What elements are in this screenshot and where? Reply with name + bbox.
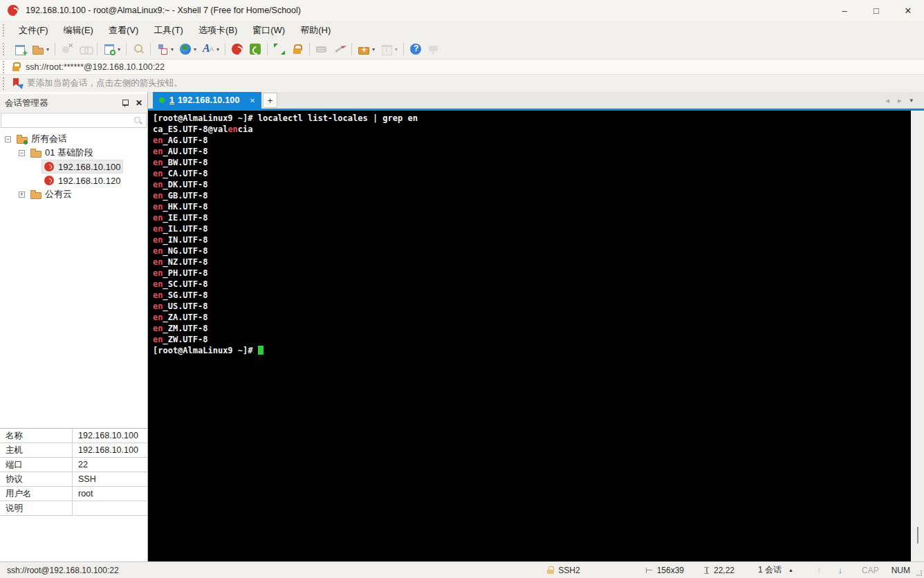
expander-icon[interactable]: + bbox=[19, 192, 25, 198]
menubar-grip[interactable] bbox=[3, 24, 8, 37]
disconnect-button[interactable] bbox=[59, 41, 75, 57]
scrollbar-thumb[interactable] bbox=[917, 527, 918, 543]
feedback-button[interactable] bbox=[425, 41, 442, 57]
xftp-button[interactable] bbox=[247, 41, 264, 57]
ssh-url[interactable]: ssh://root:******@192.168.10.100:22 bbox=[26, 62, 165, 72]
dropdown-arrow-icon[interactable]: ▾ bbox=[395, 46, 398, 53]
menu-item[interactable]: 工具(T) bbox=[146, 21, 191, 39]
session-search-input[interactable] bbox=[5, 115, 133, 125]
session-properties-button[interactable]: ▾ bbox=[101, 41, 122, 57]
property-row: 用户名root bbox=[0, 487, 147, 501]
menu-item[interactable]: 选项卡(B) bbox=[191, 21, 245, 39]
session-manager-header: 会话管理器 ✕ bbox=[0, 94, 147, 112]
addressbar-grip[interactable] bbox=[3, 61, 8, 73]
keyboard-button[interactable] bbox=[313, 41, 330, 57]
menu-item[interactable]: 文件(F) bbox=[11, 21, 56, 39]
dropdown-arrow-icon[interactable]: ▾ bbox=[372, 46, 375, 53]
dropdown-arrow-icon[interactable]: ▾ bbox=[46, 46, 49, 53]
xftp-icon bbox=[249, 43, 261, 55]
layout-button[interactable]: ▾ bbox=[154, 41, 176, 57]
terminal-text: en bbox=[153, 257, 163, 267]
property-key: 主机 bbox=[0, 443, 73, 457]
session-properties-table: 名称192.168.10.100主机192.168.10.100端口22协议SS… bbox=[0, 428, 147, 516]
property-key: 说明 bbox=[0, 501, 73, 515]
pin-icon[interactable] bbox=[122, 99, 129, 107]
protocol-label: SSH2 bbox=[558, 566, 580, 575]
terminal-text: en bbox=[153, 224, 163, 234]
statusbar: ssh://root@192.168.10.100:22 SSH2 156x39… bbox=[0, 561, 924, 578]
compose-button[interactable] bbox=[331, 41, 348, 57]
tab-close-icon[interactable]: ✕ bbox=[250, 97, 255, 104]
tab-list-dropdown-icon[interactable]: ▾ bbox=[909, 97, 913, 104]
terminal-text: [root@AlmaLinux9 ~]# bbox=[153, 346, 258, 355]
tile-icon bbox=[380, 43, 393, 55]
fullscreen-button[interactable] bbox=[271, 41, 288, 57]
infobar-text: 要添加当前会话，点击左侧的箭头按钮。 bbox=[27, 77, 183, 89]
terminal-line: ca_ES.UTF-8@valencia bbox=[153, 124, 911, 135]
session-tree: −所有会话−01 基础阶段192.168.10.100192.168.10.12… bbox=[0, 128, 147, 428]
tree-item[interactable]: 192.168.10.100 bbox=[0, 160, 147, 174]
find-button[interactable] bbox=[130, 41, 147, 57]
reconnect-button[interactable] bbox=[77, 41, 93, 57]
menu-item[interactable]: 窗口(W) bbox=[245, 21, 293, 39]
new-tab-button[interactable]: + bbox=[263, 93, 277, 108]
property-value: 192.168.10.100 bbox=[73, 443, 147, 457]
menubar: 文件(F)编辑(E)查看(V)工具(T)选项卡(B)窗口(W)帮助(H) bbox=[0, 21, 924, 39]
scroll-down-icon[interactable]: ↓ bbox=[838, 565, 842, 575]
tree-item-label: 公有云 bbox=[45, 188, 72, 201]
terminal-text: _SG.UTF-8 bbox=[163, 290, 207, 300]
dropdown-arrow-icon[interactable]: ▾ bbox=[118, 46, 120, 53]
tabbar: 1 192.168.10.100 ✕ + ◂ ▸ ▾ bbox=[148, 92, 924, 109]
open-folder-button[interactable]: ▾ bbox=[30, 41, 51, 57]
toolbar-divider bbox=[150, 43, 151, 55]
maximize-button[interactable]: □ bbox=[860, 0, 892, 21]
menu-item[interactable]: 查看(V) bbox=[101, 21, 146, 39]
terminal-line: en_IN.UTF-8 bbox=[153, 234, 911, 245]
search-icon[interactable] bbox=[133, 116, 142, 125]
scroll-up-icon[interactable]: ↑ bbox=[817, 565, 822, 575]
tab-scroll-right-icon[interactable]: ▸ bbox=[898, 96, 902, 105]
toolbar-divider bbox=[267, 43, 268, 55]
encryption-lock-icon bbox=[546, 566, 555, 575]
globe-button[interactable]: ▾ bbox=[177, 41, 198, 57]
resize-grip[interactable] bbox=[916, 570, 922, 576]
new-session-button[interactable] bbox=[12, 41, 28, 57]
menu-item[interactable]: 帮助(H) bbox=[293, 21, 338, 39]
tree-item[interactable]: −所有会话 bbox=[0, 132, 147, 146]
menu-item[interactable]: 编辑(E) bbox=[56, 21, 101, 39]
terminal-scrollbar[interactable] bbox=[911, 111, 924, 561]
addressbar[interactable]: ssh://root:******@192.168.10.100:22 bbox=[0, 59, 924, 75]
property-key: 端口 bbox=[0, 458, 73, 472]
property-row: 端口22 bbox=[0, 458, 147, 472]
expander-icon[interactable]: − bbox=[19, 150, 25, 156]
tab-scroll-left-icon[interactable]: ◂ bbox=[885, 96, 889, 105]
infobar-grip[interactable] bbox=[3, 77, 8, 90]
dropdown-arrow-icon[interactable]: ▾ bbox=[194, 46, 196, 53]
dropdown-arrow-icon[interactable]: ▾ bbox=[216, 46, 219, 53]
toolbar-grip[interactable] bbox=[3, 43, 8, 55]
terminal[interactable]: [root@AlmaLinux9 ~]# localectl list-loca… bbox=[148, 111, 911, 561]
tab-active[interactable]: 1 192.168.10.100 ✕ bbox=[153, 92, 261, 109]
cursor-position-icon bbox=[703, 566, 710, 575]
session-properties-icon bbox=[103, 43, 115, 55]
toolbar-divider bbox=[309, 43, 310, 55]
lock-button[interactable] bbox=[289, 41, 306, 57]
tree-item[interactable]: −01 基础阶段 bbox=[0, 146, 147, 160]
font-button[interactable]: ▾ bbox=[200, 41, 221, 57]
panel-close-icon[interactable]: ✕ bbox=[136, 98, 142, 108]
new-folder-button[interactable]: ▾ bbox=[355, 41, 377, 57]
close-button[interactable]: ✕ bbox=[892, 0, 924, 21]
xshell-button[interactable] bbox=[229, 41, 246, 57]
tile-button[interactable]: ▾ bbox=[378, 41, 400, 57]
terminal-text: cia bbox=[238, 124, 253, 134]
help-button[interactable] bbox=[407, 41, 424, 57]
terminal-text: en bbox=[153, 313, 163, 322]
dropdown-arrow-icon[interactable]: ▾ bbox=[171, 46, 174, 53]
terminal-line: [root@AlmaLinux9 ~]# bbox=[153, 345, 911, 356]
tree-item[interactable]: +公有云 bbox=[0, 187, 147, 201]
expander-icon[interactable]: − bbox=[5, 136, 11, 142]
minimize-button[interactable]: – bbox=[829, 0, 860, 21]
layout-icon bbox=[156, 43, 169, 55]
tree-item[interactable]: 192.168.10.120 bbox=[0, 174, 147, 187]
session-count-dropdown[interactable]: 1 会话▲ bbox=[758, 564, 793, 576]
